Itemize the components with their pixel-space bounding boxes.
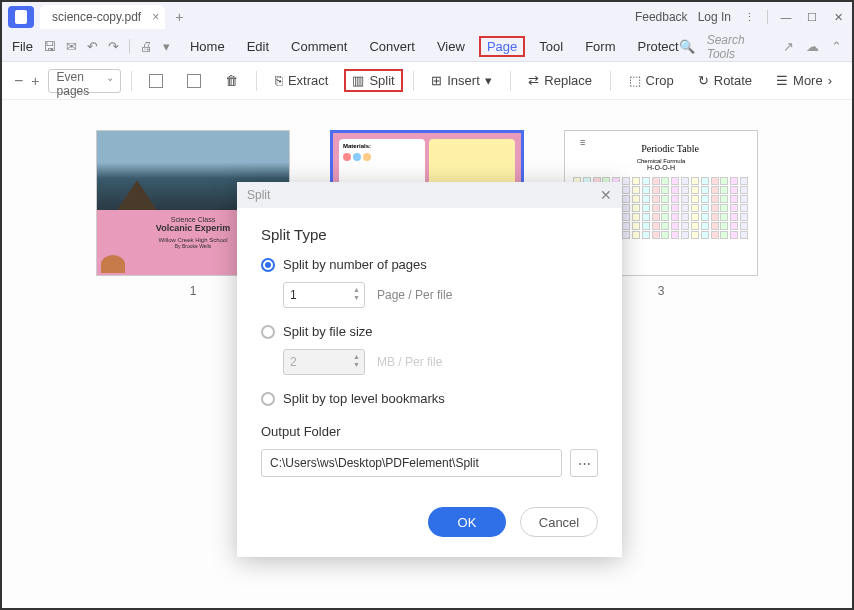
menubar: File 🖫 ✉ ↶ ↷ 🖨 ▾ Home Edit Comment Conve…	[2, 32, 852, 62]
mail-icon[interactable]: ✉	[66, 39, 77, 54]
expand-icon[interactable]: ⌃	[831, 39, 842, 54]
split-type-heading: Split Type	[261, 226, 598, 243]
dropdown-icon[interactable]: ▾	[163, 39, 170, 54]
document-tab[interactable]: science-copy.pdf ×	[40, 5, 165, 29]
delete-page-button[interactable]: 🗑	[217, 69, 246, 92]
save-icon[interactable]: 🖫	[43, 39, 56, 54]
zoom-out-button[interactable]: −	[14, 72, 23, 90]
output-folder-heading: Output Folder	[261, 424, 598, 439]
crop-button[interactable]: ⬚Crop	[621, 69, 682, 92]
undo-icon[interactable]: ↶	[87, 39, 98, 54]
zoom-in-button[interactable]: +	[31, 73, 39, 89]
close-tab-icon[interactable]: ×	[152, 10, 159, 24]
search-tools-input[interactable]: Search Tools	[707, 33, 771, 61]
login-link[interactable]: Log In	[698, 10, 731, 24]
radio-split-size[interactable]: Split by file size	[261, 324, 598, 339]
extract-button[interactable]: ⎘Extract	[267, 69, 336, 92]
page-filter-select[interactable]: Even pages	[48, 69, 121, 93]
menu-home[interactable]: Home	[190, 39, 225, 54]
cancel-button[interactable]: Cancel	[520, 507, 598, 537]
pages-unit-label: Page / Per file	[377, 288, 452, 302]
menu-comment[interactable]: Comment	[291, 39, 347, 54]
titlebar: science-copy.pdf × + Feedback Log In ⋮ —…	[2, 2, 852, 32]
cloud-icon[interactable]: ☁	[806, 39, 819, 54]
split-dialog: Split ✕ Split Type Split by number of pa…	[237, 182, 622, 557]
menu-view[interactable]: View	[437, 39, 465, 54]
dialog-titlebar: Split ✕	[237, 182, 622, 208]
tab-filename: science-copy.pdf	[52, 10, 141, 24]
ok-button[interactable]: OK	[428, 507, 506, 537]
menu-protect[interactable]: Protect	[637, 39, 678, 54]
redo-icon[interactable]: ↷	[108, 39, 119, 54]
add-tab-button[interactable]: +	[175, 9, 183, 25]
replace-button[interactable]: ⇄Replace	[520, 69, 600, 92]
radio-label: Split by file size	[283, 324, 373, 339]
menu-page[interactable]: Page	[479, 36, 525, 57]
size-per-file-input: 2▲▼	[283, 349, 365, 375]
radio-split-pages[interactable]: Split by number of pages	[261, 257, 598, 272]
print-icon[interactable]: 🖨	[140, 39, 153, 54]
menu-file[interactable]: File	[12, 39, 33, 54]
radio-split-bookmarks[interactable]: Split by top level bookmarks	[261, 391, 598, 406]
radio-icon	[261, 258, 275, 272]
menu-form[interactable]: Form	[585, 39, 615, 54]
box-tool-2[interactable]	[179, 70, 209, 92]
app-icon	[8, 6, 34, 28]
insert-button[interactable]: ⊞Insert▾	[423, 69, 500, 92]
split-button[interactable]: ▥Split	[344, 69, 402, 92]
dialog-close-icon[interactable]: ✕	[600, 187, 612, 203]
browse-button[interactable]: ⋯	[570, 449, 598, 477]
radio-icon	[261, 325, 275, 339]
menu-edit[interactable]: Edit	[247, 39, 269, 54]
feedback-link[interactable]: Feedback	[635, 10, 688, 24]
rotate-button[interactable]: ↻Rotate	[690, 69, 760, 92]
menu-convert[interactable]: Convert	[369, 39, 415, 54]
output-path-input[interactable]: C:\Users\ws\Desktop\PDFelement\Split	[261, 449, 562, 477]
share-icon[interactable]: ↗	[783, 39, 794, 54]
box-tool-1[interactable]	[141, 70, 171, 92]
pages-per-file-input[interactable]: 1▲▼	[283, 282, 365, 308]
menu-tool[interactable]: Tool	[539, 39, 563, 54]
search-icon[interactable]: 🔍	[679, 39, 695, 54]
maximize-icon[interactable]: ☐	[804, 9, 820, 25]
radio-icon	[261, 392, 275, 406]
thumb-number: 3	[658, 284, 665, 298]
radio-label: Split by number of pages	[283, 257, 427, 272]
size-unit-label: MB / Per file	[377, 355, 442, 369]
dialog-title-text: Split	[247, 188, 270, 202]
more-button[interactable]: ☰ More ›	[768, 69, 840, 92]
thumb-number: 1	[190, 284, 197, 298]
page-toolbar: − + Even pages 🗑 ⎘Extract ▥Split ⊞Insert…	[2, 62, 852, 100]
radio-label: Split by top level bookmarks	[283, 391, 445, 406]
minimize-icon[interactable]: —	[778, 9, 794, 25]
kebab-icon[interactable]: ⋮	[741, 9, 757, 25]
close-window-icon[interactable]: ✕	[830, 9, 846, 25]
